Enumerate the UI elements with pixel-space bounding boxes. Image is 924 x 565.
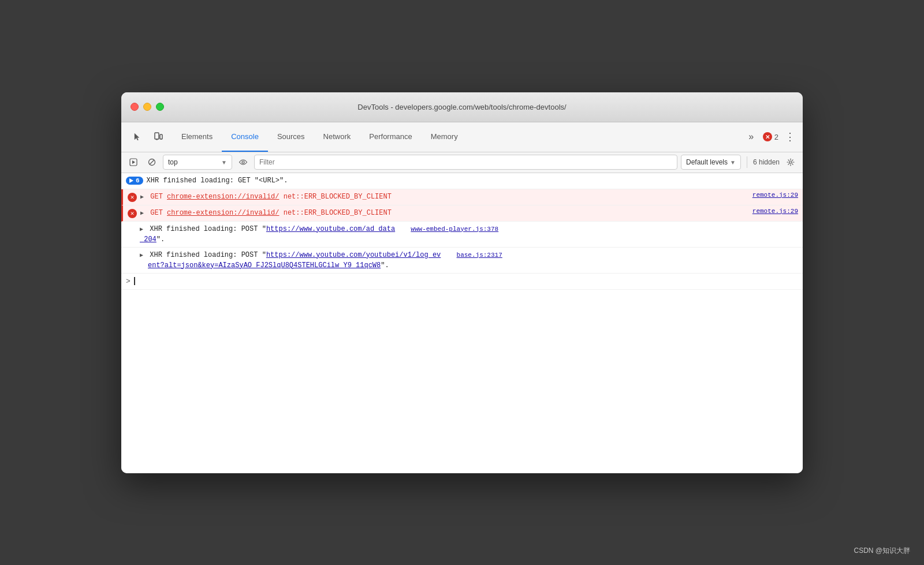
xhr-post-content-2: ▶ XHR finished loading: POST "https://ww… — [140, 250, 798, 271]
error-badge[interactable]: ✕ 2 — [763, 132, 778, 141]
eye-button[interactable] — [236, 155, 251, 170]
xhr-post-url-2b: ent?alt=json&key=AIzaSyAO_FJ2SlqU8Q4STEH… — [140, 261, 389, 270]
error-icon-2: ✕ — [128, 209, 137, 218]
console-entry-error-1: ✕ ▶ GET chrome-extension://invalid/ net:… — [121, 189, 803, 205]
title-bar: DevTools - developers.google.com/web/too… — [121, 92, 803, 122]
error-count: 2 — [774, 133, 778, 141]
svg-marker-5 — [132, 160, 135, 164]
error-badge-icon: ✕ — [763, 132, 772, 141]
window-title: DevTools - developers.google.com/web/too… — [357, 103, 566, 111]
tab-network[interactable]: Network — [314, 122, 360, 152]
error-url-2[interactable]: chrome-extension://invalid/ — [167, 209, 279, 217]
error-content-1: ▶ GET chrome-extension://invalid/ net::E… — [140, 192, 746, 202]
expand-arrow-3[interactable]: ▶ — [140, 226, 143, 233]
filter-input[interactable] — [254, 155, 677, 170]
svg-rect-0 — [155, 133, 159, 139]
tab-console[interactable]: Console — [222, 122, 268, 152]
xhr-post-url-1[interactable]: https://www.youtube.com/ad_data — [266, 225, 395, 233]
levels-arrow: ▼ — [730, 159, 736, 166]
error-badge-2: ✕ — [128, 209, 137, 218]
svg-rect-2 — [160, 134, 162, 139]
log-levels-button[interactable]: Default levels ▼ — [681, 155, 741, 170]
console-area[interactable]: 6 XHR finished loading: GET "<URL>". ✕ ▶… — [121, 173, 803, 473]
context-selector[interactable]: top ▼ — [163, 155, 232, 170]
console-entry-xhr-get: 6 XHR finished loading: GET "<URL>". — [121, 173, 803, 189]
error-source-1[interactable]: remote.js:29 — [746, 192, 798, 199]
xhr-post-url-1b[interactable]: _204 — [140, 235, 157, 244]
xhr-post-url-2[interactable]: https://www.youtube.com/youtubei/v1/log_… — [266, 251, 441, 259]
get-method-2: GET — [150, 209, 167, 217]
tab-memory[interactable]: Memory — [422, 122, 467, 152]
more-tabs-button[interactable]: » — [743, 129, 759, 145]
expand-arrow-2[interactable]: ▶ — [140, 210, 144, 216]
tab-bar: Elements Console Sources Network Perform… — [121, 122, 803, 152]
xhr-post-source-2[interactable]: base.js:2317 — [450, 252, 502, 259]
maximize-button[interactable] — [156, 103, 164, 111]
hidden-count: 6 hidden — [753, 158, 780, 166]
close-button[interactable] — [131, 103, 139, 111]
toolbar-divider — [747, 156, 747, 168]
device-toolbar-button[interactable] — [149, 128, 167, 146]
expand-arrow-4[interactable]: ▶ — [140, 252, 143, 259]
svg-rect-3 — [161, 139, 162, 140]
console-prompt: > — [126, 277, 131, 286]
console-settings-button[interactable] — [783, 155, 798, 170]
svg-point-9 — [789, 161, 792, 163]
devtools-window: DevTools - developers.google.com/web/too… — [121, 92, 803, 473]
play-icon — [129, 178, 133, 183]
inspect-element-button[interactable] — [128, 128, 147, 146]
xhr-post-url-2c[interactable]: ent?alt=json&key=AIzaSyAO_FJ2SlqU8Q4STEH… — [148, 261, 381, 270]
entry-content-xhr: XHR finished loading: GET "<URL>". — [147, 175, 798, 186]
get-method-1: GET — [150, 193, 167, 201]
tab-sources[interactable]: Sources — [268, 122, 314, 152]
error-icon-1: ✕ — [128, 193, 137, 202]
xhr-post-content-1: ▶ XHR finished loading: POST "https://ww… — [140, 224, 798, 245]
minimize-button[interactable] — [143, 103, 151, 111]
tab-bar-right: » ✕ 2 ⋮ — [739, 122, 803, 152]
console-input-line[interactable]: > — [121, 274, 803, 290]
console-entry-xhr-post-1: ▶ XHR finished loading: POST "https://ww… — [121, 222, 803, 248]
block-icon-button[interactable] — [144, 155, 159, 170]
xhr-count-badge: 6 — [126, 177, 143, 185]
traffic-lights — [131, 103, 164, 111]
tab-performance[interactable]: Performance — [360, 122, 421, 152]
tabs: Elements Console Sources Network Perform… — [172, 122, 739, 152]
console-entry-error-2: ✕ ▶ GET chrome-extension://invalid/ net:… — [121, 205, 803, 222]
expand-arrow-1[interactable]: ▶ — [140, 194, 144, 200]
error-url-1[interactable]: chrome-extension://invalid/ — [167, 193, 279, 201]
clear-console-button[interactable] — [126, 155, 141, 170]
svg-rect-1 — [156, 139, 158, 140]
error-content-2: ▶ GET chrome-extension://invalid/ net::E… — [140, 208, 746, 218]
tab-bar-left-icons — [124, 122, 172, 152]
error-msg-1: net::ERR_BLOCKED_BY_CLIENT — [284, 193, 392, 201]
context-dropdown-arrow: ▼ — [221, 159, 227, 166]
console-cursor — [134, 277, 135, 285]
xhr-badge-count: 6 — [136, 177, 140, 184]
more-options-button[interactable]: ⋮ — [782, 129, 798, 145]
watermark: CSDN @知识大胖 — [854, 546, 910, 556]
error-source-2[interactable]: remote.js:29 — [746, 208, 798, 215]
console-toolbar: top ▼ Default levels ▼ 6 hidden — [121, 152, 803, 173]
tab-elements[interactable]: Elements — [172, 122, 222, 152]
svg-point-8 — [242, 161, 244, 163]
svg-line-7 — [150, 160, 154, 164]
error-badge-1: ✕ — [128, 193, 137, 202]
error-msg-2: net::ERR_BLOCKED_BY_CLIENT — [284, 209, 392, 217]
console-entry-xhr-post-2: ▶ XHR finished loading: POST "https://ww… — [121, 248, 803, 274]
xhr-post-source-1[interactable]: www-embed-player.js:378 — [404, 226, 498, 233]
entry-icon-badge: 6 — [126, 177, 143, 185]
